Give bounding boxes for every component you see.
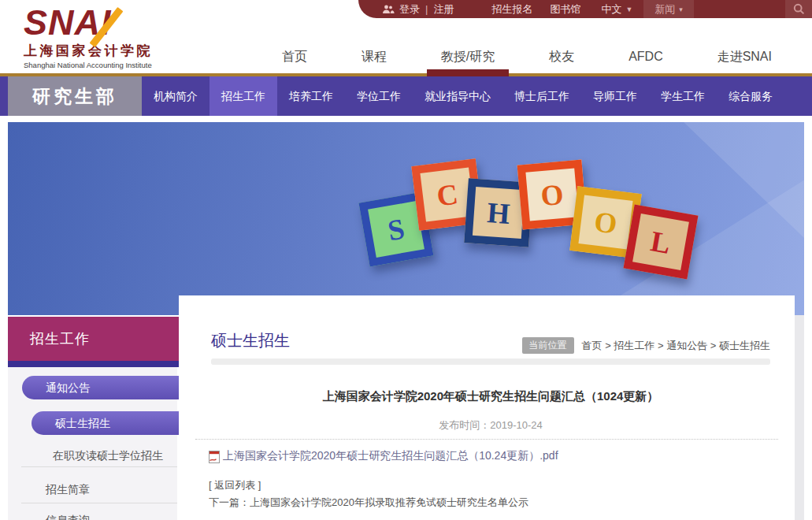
dept-item-introduction[interactable]: 机构简介 (142, 76, 209, 116)
title-divider (211, 358, 770, 365)
sidebar-title: 招生工作 (8, 317, 179, 361)
dept-item-admissions[interactable]: 招生工作 (209, 76, 277, 116)
news-caret-icon: ▾ (679, 6, 683, 13)
back-to-list-link[interactable]: [ 返回列表 ] (209, 478, 261, 492)
search-button[interactable] (785, 0, 812, 18)
breadcrumb: 当前位置 首页 > 招生工作 > 通知公告 > 硕士生招生 (522, 337, 770, 354)
sidebar-item-notices[interactable]: 通知公告 (22, 376, 179, 399)
dept-item-postdoc[interactable]: 博士后工作 (502, 76, 581, 116)
dotted-divider (195, 439, 778, 440)
news-dropdown[interactable]: 新闻 ▾ (643, 0, 694, 18)
sidebar: 招生工作 通知公告 硕士生招生 在职攻读硕士学位招生 招生简章 信息查询 (8, 317, 179, 520)
news-label: 新闻 (654, 2, 675, 17)
article-title: 上海国家会计学院2020年硕士研究生招生问题汇总（1024更新） (211, 389, 770, 404)
breadcrumb-badge: 当前位置 (522, 337, 574, 354)
dept-item-training[interactable]: 培养工作 (277, 76, 345, 116)
department-title: 研究生部 (8, 76, 142, 116)
nav-item-faculty-research[interactable]: 教授/研究 (441, 39, 495, 74)
publish-date: 发布时间：2019-10-24 (211, 418, 770, 433)
department-nav-items: 机构简介 招生工作 培养工作 学位工作 就业指导中心 博士后工作 导师工作 学生… (142, 76, 812, 116)
nav-item-courses[interactable]: 课程 (362, 39, 387, 74)
utility-bar: 登录 | 注册 招生报名 图书馆 中文 ▼ 新闻 ▾ (358, 0, 812, 18)
dept-item-degree[interactable]: 学位工作 (345, 76, 413, 116)
snai-logo[interactable]: SNAI 上海国家会计学院 Shanghai National Accounti… (24, 5, 197, 69)
register-link[interactable]: 注册 (433, 2, 454, 17)
logo-chinese-name: 上海国家会计学院 (24, 42, 197, 60)
sidebar-accent-strip (8, 361, 179, 367)
panel-right-gutter (795, 315, 804, 520)
admission-signup-link[interactable]: 招生报名 (491, 2, 532, 17)
dept-item-supervisors[interactable]: 导师工作 (581, 76, 649, 116)
breadcrumb-path[interactable]: 首页 > 招生工作 > 通知公告 > 硕士生招生 (582, 339, 770, 353)
sidebar-item-parttime-master[interactable]: 在职攻读硕士学位招生 (53, 449, 163, 463)
library-link[interactable]: 图书馆 (550, 2, 580, 17)
dept-item-career-center[interactable]: 就业指导中心 (413, 76, 502, 116)
pdf-icon (209, 450, 220, 463)
next-article-link[interactable]: 下一篇：上海国家会计学院2020年拟录取推荐免试硕士研究生名单公示 (209, 496, 528, 510)
nav-item-alumni[interactable]: 校友 (549, 39, 574, 74)
language-select[interactable]: 中文 (601, 2, 621, 17)
nav-item-home[interactable]: 首页 (282, 39, 307, 74)
school-block-l: L (624, 205, 699, 280)
login-link[interactable]: 登录 (399, 2, 420, 17)
login-register-divider: | (425, 3, 428, 15)
nav-item-about-snai[interactable]: 走进SNAI (717, 39, 772, 74)
sidebar-item-admission-guide[interactable]: 招生简章 (46, 483, 90, 497)
department-nav-bar: 研究生部 机构简介 招生工作 培养工作 学位工作 就业指导中心 博士后工作 导师… (0, 76, 812, 116)
sidebar-divider (21, 466, 177, 467)
page: 登录 | 注册 招生报名 图书馆 中文 ▼ 新闻 ▾ SNAI 上海国家会计学院… (0, 0, 812, 520)
main-nav: 首页 课程 教授/研究 校友 AFDC 走进SNAI (282, 39, 772, 74)
user-icon (382, 5, 395, 14)
content-panel: 硕士生招生 当前位置 首页 > 招生工作 > 通知公告 > 硕士生招生 上海国家… (179, 295, 795, 520)
attachment-link[interactable]: 上海国家会计学院2020年硕士研究生招生问题汇总（10.24更新）.pdf (209, 449, 558, 463)
dept-item-students[interactable]: 学生工作 (649, 76, 717, 116)
dept-item-services[interactable]: 综合服务 (717, 76, 784, 116)
sidebar-item-master-admissions[interactable]: 硕士生招生 (32, 411, 179, 435)
nav-item-afdc[interactable]: AFDC (628, 39, 663, 74)
page-title: 硕士生招生 (211, 330, 290, 351)
search-icon (793, 3, 805, 15)
language-caret-icon: ▼ (625, 6, 632, 13)
sidebar-item-info-query[interactable]: 信息查询 (46, 514, 90, 520)
sidebar-divider (21, 503, 177, 503)
attachment-name: 上海国家会计学院2020年硕士研究生招生问题汇总（10.24更新）.pdf (223, 449, 558, 463)
logo-english-name: Shanghai National Accounting Institute (24, 61, 197, 69)
banner-image: S C H O O L (8, 122, 804, 315)
